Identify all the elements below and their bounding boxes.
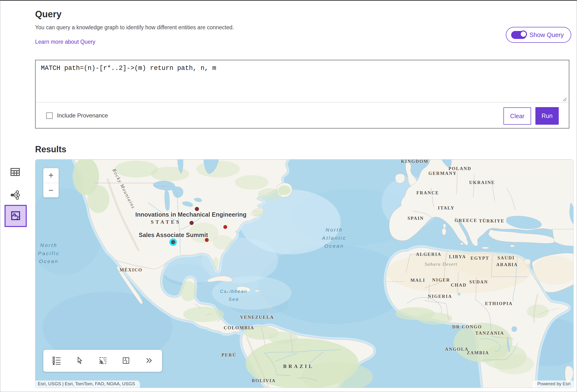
select-features-button[interactable]: [97, 355, 109, 367]
toggle-knob: [520, 31, 527, 38]
legend-button[interactable]: [51, 355, 63, 367]
map-marker-2[interactable]: [223, 225, 227, 229]
attribution-powered-by: Powered by Esri: [533, 381, 573, 388]
map-marker-1[interactable]: [190, 221, 194, 225]
view-link-chart-button[interactable]: [6, 186, 24, 204]
learn-more-link[interactable]: Learn more about Query: [35, 39, 95, 45]
run-button[interactable]: Run: [535, 107, 559, 125]
table-icon: [9, 167, 21, 178]
map-marker-3[interactable]: [205, 238, 209, 242]
page-title: Query: [35, 9, 62, 19]
cursor-select-button[interactable]: [74, 355, 86, 367]
knowledge-graph-query-page: Query You can query a knowledge graph to…: [0, 0, 577, 392]
clear-button[interactable]: Clear: [504, 107, 531, 125]
query-input[interactable]: MATCH path=(n)-[r*..2]->(m) return path,…: [36, 60, 569, 102]
view-map-button[interactable]: [4, 205, 27, 227]
view-table-button[interactable]: [6, 163, 24, 181]
attribution-sources: Esri, USGS | Esri, TomTom, FAO, NOAA, US…: [35, 381, 140, 388]
resize-grip-icon[interactable]: [562, 97, 567, 102]
link-chart-icon: [9, 190, 21, 201]
show-query-toggle[interactable]: Show Query: [506, 27, 571, 43]
query-panel-footer: Include Provenance Clear Run: [36, 103, 569, 128]
map-icon: [10, 210, 21, 222]
select-features-icon: [98, 356, 108, 366]
zoom-control: + −: [43, 168, 59, 197]
zoom-out-button[interactable]: −: [43, 183, 59, 198]
select-extent-button[interactable]: [120, 355, 132, 367]
zoom-in-button[interactable]: +: [43, 168, 59, 183]
map-marker-0[interactable]: [195, 207, 199, 211]
results-title: Results: [35, 144, 66, 155]
select-extent-icon: [122, 356, 130, 366]
toggle-track[interactable]: [511, 31, 527, 39]
legend-icon: [52, 356, 61, 366]
query-description: You can query a knowledge graph to ident…: [35, 24, 234, 31]
include-provenance-label: Include Provenance: [57, 112, 108, 119]
map-viewport[interactable]: KINGDOMPOLANDGERMANYUKRAINEFRANCEITALYSP…: [35, 159, 574, 388]
expand-icon: [144, 356, 153, 366]
map-attribution: Esri, USGS | Esri, TomTom, FAO, NOAA, US…: [35, 381, 573, 388]
cursor-select-icon: [75, 356, 84, 366]
query-panel: MATCH path=(n)-[r*..2]->(m) return path,…: [35, 60, 569, 129]
expand-toolbar-button[interactable]: [143, 355, 155, 367]
map-marker-selected[interactable]: [171, 240, 175, 244]
map-toolbar: [43, 350, 162, 372]
include-provenance-checkbox[interactable]: [46, 112, 53, 119]
show-query-label: Show Query: [529, 31, 564, 39]
